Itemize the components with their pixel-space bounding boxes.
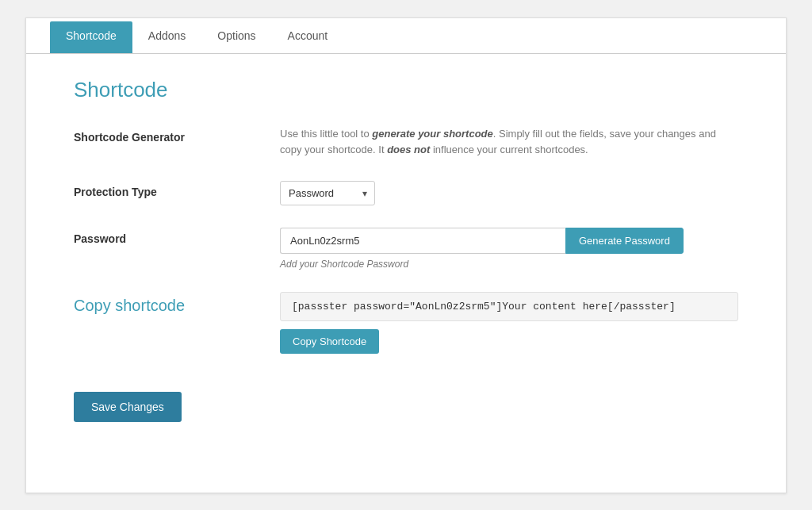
page-title: Shortcode — [74, 78, 738, 102]
tabs-bar: Shortcode Addons Options Account — [26, 18, 786, 54]
copy-shortcode-control: [passster password="AonLn0z2srm5"]Your c… — [280, 292, 738, 354]
copy-shortcode-label: Copy shortcode — [74, 292, 280, 315]
shortcode-preview: [passster password="AonLn0z2srm5"]Your c… — [280, 292, 738, 321]
tab-options[interactable]: Options — [201, 18, 271, 53]
tab-shortcode[interactable]: Shortcode — [50, 21, 132, 53]
save-changes-button[interactable]: Save Changes — [74, 392, 182, 422]
content-area: Shortcode Shortcode Generator Use this l… — [26, 54, 786, 454]
tab-account[interactable]: Account — [272, 18, 344, 53]
password-label: Password — [74, 228, 280, 245]
protection-type-control: Password Role User — [280, 181, 738, 205]
copy-shortcode-heading: Copy shortcode — [74, 292, 185, 314]
generate-password-button[interactable]: Generate Password — [565, 228, 684, 254]
protection-type-row: Protection Type Password Role User — [74, 181, 738, 205]
shortcode-generator-description: Use this little tool to generate your sh… — [280, 126, 738, 159]
page-container: Shortcode Addons Options Account Shortco… — [25, 17, 787, 493]
description-text: Use this little tool to generate your sh… — [280, 126, 738, 159]
protection-type-select-wrapper: Password Role User — [280, 181, 375, 205]
password-input-row: Generate Password — [280, 228, 738, 254]
tab-addons[interactable]: Addons — [132, 18, 201, 53]
password-input[interactable] — [280, 228, 565, 254]
password-hint: Add your Shortcode Password — [280, 259, 738, 270]
copy-shortcode-button[interactable]: Copy Shortcode — [280, 329, 379, 354]
protection-type-label: Protection Type — [74, 181, 280, 198]
password-row: Password Generate Password Add your Shor… — [74, 228, 738, 270]
shortcode-generator-row: Shortcode Generator Use this little tool… — [74, 126, 738, 159]
shortcode-generator-label: Shortcode Generator — [74, 126, 280, 144]
copy-shortcode-row: Copy shortcode [passster password="AonLn… — [74, 292, 738, 354]
save-changes-area: Save Changes — [74, 376, 738, 422]
password-control: Generate Password Add your Shortcode Pas… — [280, 228, 738, 270]
protection-type-select[interactable]: Password Role User — [280, 181, 375, 205]
